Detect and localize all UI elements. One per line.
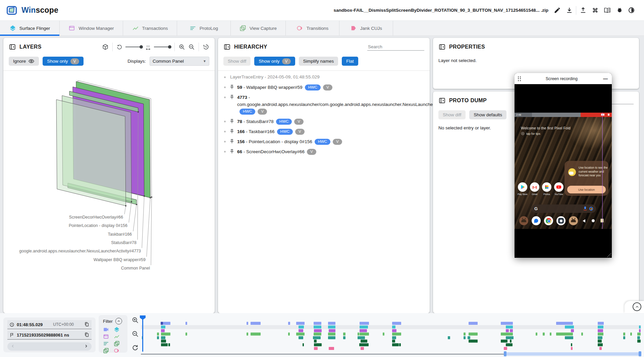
copy-icon[interactable]	[84, 332, 90, 338]
show-only-button[interactable]: Show only V	[254, 57, 295, 66]
dock-chrome-icon[interactable]	[544, 216, 553, 225]
ignore-button[interactable]: Ignore	[9, 57, 39, 66]
displays-select[interactable]: Common Panel ▼	[150, 57, 209, 66]
dock-android-app-icon[interactable]	[519, 216, 528, 225]
dock-messages-icon[interactable]	[532, 216, 541, 225]
zoom-range-left-handle[interactable]	[504, 351, 506, 356]
timeline-canvas[interactable]	[141, 315, 641, 357]
dock-camera-icon[interactable]	[556, 216, 566, 225]
flat-button[interactable]: Flat	[342, 57, 358, 66]
layer-tree-item[interactable]: 59 - Wallpaper BBQ wrapper#59HWCV	[224, 84, 424, 91]
ns-time-field[interactable]: 1715219335029888061 ns	[7, 331, 92, 340]
documentation-icon[interactable]	[601, 4, 613, 16]
filter-screen-recording-icon[interactable]	[103, 326, 109, 333]
upload-trace-icon[interactable]	[577, 4, 589, 16]
filter-protolog-icon[interactable]	[103, 341, 109, 347]
app-icon-youtube[interactable]: YouTube	[549, 182, 568, 195]
keyboard-shortcuts-icon[interactable]	[589, 4, 601, 16]
rotation-slider[interactable]	[125, 47, 142, 47]
playhead[interactable]	[142, 319, 143, 352]
pin-icon[interactable]	[229, 84, 235, 90]
filter-view-capture-2-icon[interactable]	[103, 348, 109, 354]
timeline-row-surface-flinger[interactable]	[141, 325, 641, 329]
pin-icon[interactable]	[229, 149, 235, 154]
timeline-row-transitions[interactable]	[141, 347, 641, 350]
tab-view-capture[interactable]: View Capture	[231, 21, 286, 36]
nav-back-button[interactable]	[583, 219, 585, 223]
spacing-slider[interactable]	[154, 47, 171, 47]
copy-icon[interactable]	[84, 322, 90, 327]
timeline-row-view-capture-a[interactable]	[141, 340, 641, 343]
report-bug-icon[interactable]	[613, 4, 625, 16]
edit-trace-name-icon[interactable]	[551, 4, 563, 16]
mic-icon[interactable]	[584, 206, 587, 211]
filter-transitions-icon[interactable]	[114, 348, 120, 354]
reset-zoom-icon[interactable]	[131, 344, 139, 351]
lens-icon[interactable]	[589, 207, 593, 211]
hierarchy-search-input[interactable]	[367, 43, 424, 51]
google-search-bar[interactable]: G	[531, 204, 596, 213]
next-entry-button[interactable]	[84, 344, 88, 350]
layer-rect[interactable]	[56, 100, 126, 206]
timestamp-value[interactable]: 01:48:55.029	[17, 322, 43, 327]
previous-entry-button[interactable]	[11, 344, 15, 350]
collapse-filter-button[interactable]	[115, 318, 122, 324]
collapse-timeline-button[interactable]	[633, 302, 641, 311]
human-time-field[interactable]: 01:48:55.029 UTC+00:00	[7, 320, 92, 329]
timeline-row-protolog[interactable]	[141, 336, 641, 339]
pin-icon[interactable]	[229, 119, 235, 124]
zoom-out-icon[interactable]	[131, 330, 139, 338]
layer-tree-item[interactable]: 66 - ScreenDecorHwcOverlay#66V	[224, 148, 424, 155]
zoom-in-icon[interactable]	[178, 44, 185, 50]
3d-view-icon[interactable]	[102, 44, 109, 50]
collapse-panel-icon[interactable]	[223, 43, 231, 51]
ns-timestamp-value[interactable]: 1715219335029888061 ns	[17, 333, 69, 338]
layer-tree-item[interactable]: 78 - StatusBar#78HWCV	[224, 118, 424, 125]
use-location-button[interactable]: Use location	[567, 186, 606, 193]
layer-tree-item[interactable]: 156 - PointerLocation - display 0#156HWC…	[224, 138, 424, 145]
pin-icon[interactable]	[229, 139, 235, 144]
zoom-range-slider[interactable]	[504, 352, 641, 356]
tab-transitions[interactable]: Transitions	[286, 21, 339, 36]
download-traces-icon[interactable]	[563, 4, 575, 16]
collapse-panel-icon[interactable]	[438, 97, 446, 104]
layer-tree-item[interactable]: 166 - Taskbar#166HWCV	[224, 128, 424, 135]
dock-android-circle-icon[interactable]	[569, 216, 578, 225]
filter-transactions-icon[interactable]	[114, 334, 120, 340]
show-diff-button[interactable]: Show diff	[223, 57, 251, 66]
dark-mode-toggle-icon[interactable]	[625, 4, 637, 16]
tab-jank-cujs[interactable]: Jank CUJs	[339, 21, 393, 36]
layer-tree-item[interactable]: 4773 - com.google.android.apps.nexuslaun…	[224, 94, 424, 115]
collapse-panel-icon[interactable]	[9, 43, 16, 51]
screen-recording-window[interactable]: Screen recording — 2:48 Welcome to the f…	[515, 73, 612, 258]
filter-window-manager-icon[interactable]	[103, 334, 109, 340]
tab-window-manager[interactable]: Window Manager	[60, 21, 123, 36]
show-diff-button[interactable]: Show diff	[438, 110, 466, 119]
zoom-in-icon[interactable]	[131, 316, 139, 324]
reset-view-icon[interactable]	[203, 44, 209, 50]
trace-entry-root[interactable]: LayerTraceEntry - 2024-05-09, 01:48:55.0…	[224, 74, 424, 80]
tab-surface-flinger[interactable]: Surface Flinger	[0, 21, 60, 36]
tab-transactions[interactable]: Transactions	[123, 21, 177, 36]
screen-recording-titlebar[interactable]: Screen recording —	[515, 73, 612, 84]
layers-3d-view[interactable]: ScreenDecorHwcOverlay#66PointerLocation …	[3, 71, 215, 292]
timeline-row-window-manager[interactable]	[141, 329, 641, 332]
drag-handle-icon[interactable]	[518, 76, 521, 81]
minimize-icon[interactable]: —	[602, 76, 608, 81]
simplify-names-button[interactable]: Simplify names	[299, 57, 338, 66]
resize-handle[interactable]	[607, 253, 611, 257]
show-defaults-button[interactable]: Show defaults	[469, 110, 506, 119]
filter-view-capture-1-icon[interactable]	[114, 341, 120, 347]
pin-icon[interactable]	[229, 95, 235, 100]
playhead-handle[interactable]	[140, 315, 146, 320]
pin-icon[interactable]	[229, 129, 235, 134]
zoom-range-right-handle[interactable]	[639, 351, 641, 356]
timeline-row-transactions[interactable]	[141, 333, 641, 336]
filter-surface-flinger-icon[interactable]	[114, 326, 120, 333]
collapse-panel-icon[interactable]	[438, 43, 446, 51]
timeline-row-screen-recording[interactable]	[141, 322, 641, 325]
nav-home-button[interactable]	[592, 219, 595, 222]
timeline-row-view-capture-b[interactable]	[141, 343, 641, 346]
show-only-button[interactable]: Show only V	[43, 57, 83, 66]
zoom-out-icon[interactable]	[188, 44, 195, 50]
